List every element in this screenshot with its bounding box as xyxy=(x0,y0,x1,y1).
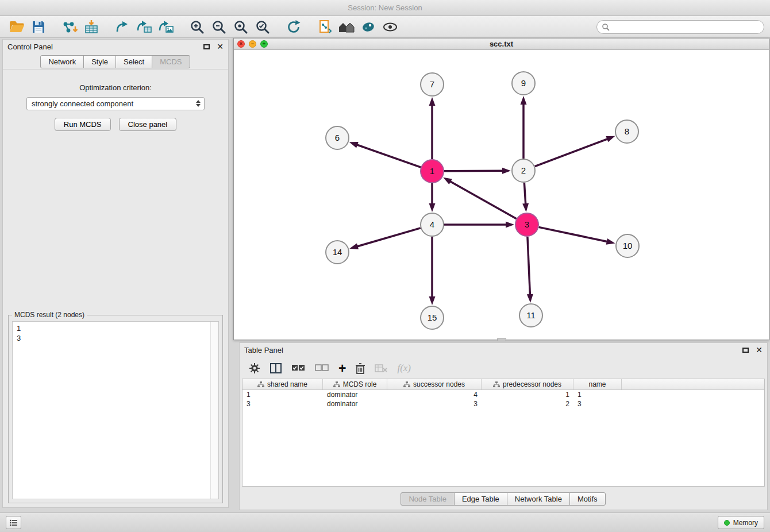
tab-style[interactable]: Style xyxy=(83,55,116,68)
close-panel-icon[interactable]: ✕ xyxy=(217,43,224,51)
home-networks-button[interactable] xyxy=(336,18,357,36)
tab-mcds[interactable]: MCDS xyxy=(152,55,190,68)
import-network-button[interactable] xyxy=(59,18,80,36)
add-column-button[interactable]: + xyxy=(338,362,346,375)
cell-shared-name[interactable]: 1 xyxy=(242,391,323,399)
search-box xyxy=(596,20,764,34)
close-table-panel-icon[interactable]: ✕ xyxy=(756,346,763,354)
table-header-row: shared name MCDS role successor nodes pr… xyxy=(242,379,764,390)
run-mcds-button[interactable]: Run MCDS xyxy=(55,118,111,131)
tab-node-table[interactable]: Node Table xyxy=(401,492,455,506)
open-folder-icon xyxy=(9,20,25,34)
duplicate-network-button[interactable] xyxy=(314,18,336,36)
result-scrollbar[interactable] xyxy=(210,322,218,499)
cell-predecessor-nodes[interactable]: 2 xyxy=(482,400,573,408)
gear-icon xyxy=(249,363,260,374)
float-table-panel-icon[interactable] xyxy=(742,348,749,353)
float-panel-icon[interactable] xyxy=(203,44,210,49)
import-table-icon xyxy=(84,20,99,34)
node-table: shared name MCDS role successor nodes pr… xyxy=(242,379,765,487)
tab-network[interactable]: Network xyxy=(40,55,84,68)
graph-edge[interactable] xyxy=(444,171,504,171)
result-line: 1 xyxy=(17,323,214,333)
table-toolbar: + f(x) xyxy=(240,358,767,379)
graph-node-label: 10 xyxy=(623,241,633,250)
graph-edge-arrowhead xyxy=(502,168,511,174)
mcds-result-list[interactable]: 1 3 xyxy=(12,321,219,499)
select-all-button[interactable] xyxy=(291,364,305,372)
cell-name[interactable]: 1 xyxy=(573,391,622,399)
mcds-result-title: MCDS result (2 nodes) xyxy=(12,311,87,319)
export-image-button[interactable] xyxy=(155,18,177,36)
result-line: 3 xyxy=(17,333,214,343)
column-header-successor-nodes[interactable]: successor nodes xyxy=(387,379,482,390)
table-row[interactable]: 1 dominator 4 1 1 xyxy=(242,390,764,399)
tab-motifs[interactable]: Motifs xyxy=(569,492,606,506)
cell-name[interactable]: 3 xyxy=(573,400,622,408)
graph-edge[interactable] xyxy=(524,183,525,205)
cell-predecessor-nodes[interactable]: 1 xyxy=(482,391,573,399)
delete-column-button[interactable] xyxy=(356,363,365,374)
column-header-name[interactable]: name xyxy=(573,379,622,390)
column-header-mcds-role[interactable]: MCDS role xyxy=(323,379,387,390)
minimize-window-icon[interactable]: − xyxy=(249,40,256,48)
column-header-shared-name[interactable]: shared name xyxy=(242,379,323,390)
delete-table-icon xyxy=(375,364,387,373)
table-settings-button[interactable] xyxy=(249,363,260,374)
checked-boxes-icon xyxy=(291,364,305,372)
graph-edge-arrowhead xyxy=(443,178,452,184)
tab-edge-table[interactable]: Edge Table xyxy=(454,492,507,506)
delete-table-button[interactable] xyxy=(375,364,387,373)
graph-edge[interactable] xyxy=(535,138,609,167)
cell-shared-name[interactable]: 3 xyxy=(242,400,323,408)
open-file-button[interactable] xyxy=(6,18,28,36)
zoom-selected-button[interactable] xyxy=(252,18,274,36)
task-history-button[interactable] xyxy=(6,516,21,529)
columns-icon xyxy=(270,363,282,373)
network-window-titlebar: scc.txt × − + xyxy=(234,38,769,50)
sort-tree-icon xyxy=(257,381,264,388)
close-panel-button[interactable]: Close panel xyxy=(119,118,177,131)
import-table-button[interactable] xyxy=(80,18,102,36)
cell-successor-nodes[interactable]: 3 xyxy=(387,400,482,408)
criterion-select[interactable]: strongly connected component xyxy=(26,97,205,110)
graph-edge-arrowhead xyxy=(527,294,533,303)
graph-edge[interactable] xyxy=(528,237,530,296)
zoom-out-icon xyxy=(211,20,226,34)
cell-mcds-role[interactable]: dominator xyxy=(323,391,387,399)
graph-edge[interactable] xyxy=(449,181,517,219)
graph-edge[interactable] xyxy=(539,227,609,242)
search-input[interactable] xyxy=(613,23,759,31)
function-builder-button[interactable]: f(x) xyxy=(397,363,411,374)
apply-style-button[interactable] xyxy=(357,18,379,36)
export-table-button[interactable] xyxy=(133,18,155,36)
graph-node-label: 2 xyxy=(521,165,526,175)
network-canvas[interactable]: 7968124314101511 xyxy=(234,50,769,340)
refresh-layout-button[interactable] xyxy=(283,18,305,36)
close-window-icon[interactable]: × xyxy=(237,40,245,48)
table-row[interactable]: 3 dominator 3 2 3 xyxy=(242,399,764,408)
splitter-handle[interactable] xyxy=(497,338,506,341)
graph-edge[interactable] xyxy=(356,228,421,247)
graph-edge[interactable] xyxy=(356,144,421,167)
zoom-out-button[interactable] xyxy=(208,18,230,36)
column-header-predecessor-nodes[interactable]: predecessor nodes xyxy=(482,379,573,390)
mcds-tab-content: Optimization criterion: strongly connect… xyxy=(3,69,228,507)
toggle-visibility-button[interactable] xyxy=(379,18,401,36)
show-columns-button[interactable] xyxy=(270,363,282,373)
tab-network-table[interactable]: Network Table xyxy=(507,492,570,506)
save-session-button[interactable] xyxy=(28,18,49,36)
zoom-window-icon[interactable]: + xyxy=(260,40,268,48)
zoom-fit-icon xyxy=(233,20,248,34)
zoom-in-button[interactable] xyxy=(186,18,208,36)
memory-button[interactable]: Memory xyxy=(718,516,764,529)
tab-select[interactable]: Select xyxy=(116,55,152,68)
control-panel-header: Control Panel ✕ xyxy=(3,40,228,53)
select-spinner-icon xyxy=(196,100,201,107)
cell-mcds-role[interactable]: dominator xyxy=(323,400,387,408)
cell-successor-nodes[interactable]: 4 xyxy=(387,391,482,399)
network-window-title: scc.txt xyxy=(234,40,769,48)
deselect-all-button[interactable] xyxy=(315,364,329,372)
zoom-fit-button[interactable] xyxy=(230,18,252,36)
export-network-button[interactable] xyxy=(111,18,133,36)
